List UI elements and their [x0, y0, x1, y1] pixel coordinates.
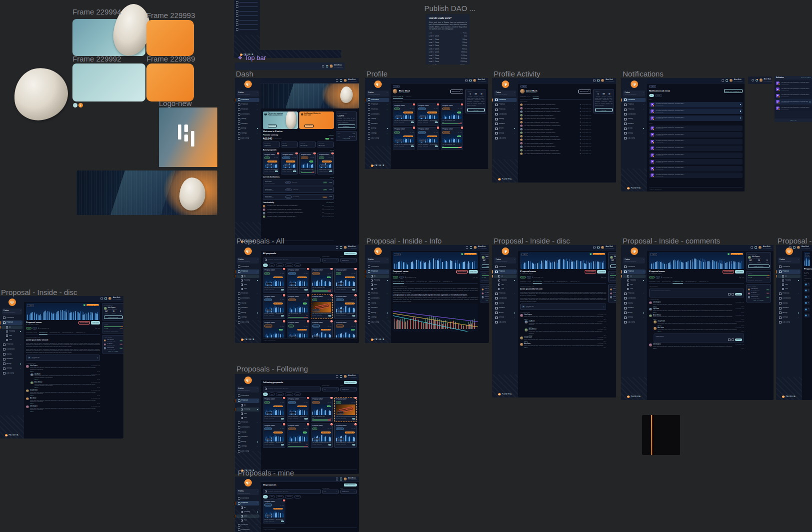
workspace-selector[interactable]: Paideiaapp.paideia.org/paideia⌄	[237, 258, 259, 264]
sidebar-item-distributions[interactable]: Distributions	[236, 112, 259, 116]
sidebar-item-financials[interactable]: Financials⌄	[1, 342, 22, 347]
status-filter[interactable]: All⌄	[322, 387, 339, 392]
vote-now-button[interactable]: VOTE NOW	[91, 321, 100, 324]
workspace-selector[interactable]: Paideiaapp.paideia.org/paideia⌄	[237, 90, 259, 96]
sidebar-item-distributions[interactable]: Distributions	[494, 112, 517, 116]
sidebar-item-dashboard[interactable]: Dashboard	[366, 265, 389, 270]
tab-proposal-info[interactable]: PROPOSAL INFO	[649, 280, 660, 284]
visit-medium-button[interactable]: VISIT MEDIUM	[304, 124, 314, 128]
sidebar-item-distributions[interactable]: Distributions	[623, 112, 646, 116]
sidebar-item-settings[interactable]: Settings⌄	[236, 444, 259, 449]
proposal-card[interactable]: <Proposal name>♥Challenged07 · 139$ 500Y…	[441, 127, 463, 150]
sidebar-item-financials[interactable]: Financials⌄	[494, 108, 517, 112]
search-input[interactable]: Search by proposal name, ID or user	[263, 258, 321, 262]
back-button[interactable]: ← BACK	[393, 85, 400, 88]
proposal-card[interactable]: <Proposal name>♥Active07 · 139TIME LEFT:…	[287, 320, 309, 337]
sidebar-item-dashboard[interactable]: Dashboard	[236, 496, 259, 501]
sidebar-item-financials[interactable]: Financials⌄	[236, 420, 259, 425]
proposal-card[interactable]: <Proposal name>♥Active07 · 139TIME LEFT:…	[263, 397, 285, 422]
back-button[interactable]: ← BACK	[649, 85, 656, 88]
addendum-row[interactable]	[804, 301, 810, 305]
status-filter[interactable]: All⌄	[322, 490, 339, 494]
dash-frame[interactable]: Paideiaapp.paideia.org/paideia⌄Dashboard…	[235, 78, 359, 245]
sidebar-subitem-following[interactable]: Following	[366, 278, 389, 282]
tab-proposal-info[interactable]: PROPOSAL INFO	[393, 280, 404, 284]
sidebar-item-staking[interactable]: Staking	[778, 301, 801, 306]
bell-icon[interactable]	[104, 297, 107, 300]
reply-button[interactable]: REPLY	[653, 312, 657, 314]
proposal-card[interactable]: <Proposal name>♥Challenged07 · 139$ 500Y…	[311, 397, 333, 422]
sidebar-item-proposals[interactable]: Proposals⌄	[623, 270, 646, 274]
proposal-cut-frame[interactable]: Paideiaapp.paideia.org/paideia⌄Dashboard…	[776, 245, 812, 400]
search-input[interactable]: Search by proposal name, ID or user	[263, 489, 321, 494]
sidebar-subitem-all[interactable]: All	[1, 326, 22, 330]
sidebar-item-dao-config[interactable]: DAO config	[778, 320, 801, 325]
attachment-row[interactable]: ▤File name.pdf2.4 MB⤓	[520, 304, 606, 310]
proposal-card[interactable]: <Proposal name>♥Discussion07 · 139TIME L…	[334, 294, 357, 320]
filter-chip-complete[interactable]: Complete	[276, 392, 284, 396]
filter-chip-denied[interactable]: Denied	[294, 495, 301, 498]
sidebar-item-proposals[interactable]: Proposals⌄	[236, 501, 259, 506]
profile-activity-frame[interactable]: Paideiaapp.paideia.org/paideia⌄Dashboard…	[492, 78, 616, 182]
status-filter[interactable]: All⌄	[322, 258, 339, 262]
tab-discussion[interactable]: DISCUSSION	[39, 331, 47, 334]
reply-button[interactable]: REPLY	[30, 371, 34, 372]
sidebar-item-staking[interactable]: Staking	[623, 117, 646, 122]
figma-canvas[interactable]: Frame 229994 Frame 229993 Frame 229992 F…	[0, 0, 812, 532]
sidebar-item-distributions[interactable]: Distributions	[623, 296, 646, 301]
edit-profile-button[interactable]: EDIT PROFILE ✎	[450, 90, 463, 93]
sort-filter[interactable]: Most recent⌄	[340, 387, 357, 392]
follow-heart-icon[interactable]: ♥	[283, 500, 285, 502]
back-button[interactable]: ← BACK	[650, 253, 657, 256]
see-all-votes-link[interactable]: SEE ALL VOTES	[748, 300, 770, 301]
sidebar-item-dashboard[interactable]: Dashboard	[236, 265, 259, 270]
sidebar-item-members[interactable]: Members	[366, 122, 389, 126]
new-proposal-button[interactable]: NEW PROPOSAL	[344, 381, 357, 384]
sidebar-fragment-frame[interactable]: PAIDEIA	[234, 0, 260, 58]
section-link[interactable]: view all	[330, 150, 334, 151]
sidebar-item-proposals[interactable]: Proposals⌄	[1, 320, 22, 325]
notification-row[interactable]: Alex Saner left a new comment in <Propos…	[649, 139, 743, 144]
proposal-card[interactable]: <Proposal name>♥Active07 · 139TIME LEFT:…	[393, 104, 415, 126]
tab-comments-23-[interactable]: COMMENTS (23)	[673, 280, 683, 284]
sidebar-item-dashboard[interactable]: Dashboard	[623, 265, 646, 270]
topbar-user[interactable]: Alone MuskLvl 1 | Philosopher	[606, 79, 614, 82]
reply-button[interactable]: REPLY	[529, 334, 533, 336]
sliver-asset[interactable]	[642, 415, 680, 455]
proposal-card[interactable]: <Proposal name>♥Active07 · 139TIME LEFT:…	[334, 268, 357, 293]
sidebar-item-activity[interactable]: Activity	[623, 126, 646, 131]
sidebar-item-dashboard[interactable]: Dashboard	[236, 98, 259, 102]
reply-button[interactable]: REPLY	[658, 325, 662, 326]
section-link[interactable]: view all	[330, 176, 334, 178]
reply-button[interactable]: REPLY	[653, 306, 657, 307]
proposal-card[interactable]: <Proposal name>♥Discussion07 · 139TIME L…	[263, 424, 285, 448]
see-all-votes-link[interactable]: SEE ALL VOTES	[610, 300, 617, 301]
share-icon[interactable]	[752, 79, 755, 82]
notification-row[interactable]: Alex Saner left a new comment in <Propos…	[649, 126, 743, 131]
sidebar-item-dashboard[interactable]: Dashboard	[623, 98, 646, 102]
follow-heart-icon[interactable]: ♥	[330, 268, 333, 270]
topbar-user[interactable]: Alone MuskLvl 1 | Philosopher	[802, 246, 810, 249]
sidebar-item-dao-config[interactable]: DAO config	[623, 136, 646, 140]
sidebar-subitem-mine[interactable]: Mine	[778, 283, 801, 287]
follow-heart-icon[interactable]: ♥	[461, 126, 463, 129]
sidebar-item-financials[interactable]: Financials⌄	[623, 108, 646, 112]
sidebar-item-financials[interactable]: Financials⌄	[366, 108, 389, 112]
distribution-row[interactable]: Token nameLiquidity mining poolEmissionL…	[263, 194, 334, 200]
follow-heart-icon[interactable]: ♥	[354, 397, 357, 399]
filter-chip-unread[interactable]: Unread	[655, 94, 662, 97]
sidebar-item-financials[interactable]: Financials⌄	[366, 292, 389, 296]
notification-row[interactable]: Alex Saner left a new comment in <Propos…	[649, 102, 743, 108]
topbar-user[interactable]: Alone MuskLvl 1 | Philosopher	[606, 246, 614, 249]
proposal-card[interactable]: <Proposal name>♥Active07 · 139TIME LEFT:…	[317, 152, 334, 175]
sidebar-item-dashboard[interactable]: Dashboard	[366, 98, 389, 102]
sidebar-fragment-row[interactable]	[234, 0, 260, 4]
follow-heart-icon[interactable]: ♥	[437, 104, 439, 106]
addendum-row[interactable]	[804, 295, 810, 299]
sidebar-item-financials[interactable]: Financials⌄	[236, 108, 259, 112]
proposal-card[interactable]: <Proposal name>♥Discussion07 · 139TIME L…	[417, 127, 439, 150]
topbar-user[interactable]: Alone MuskLvl 1 | Philosopher	[478, 79, 486, 82]
proposal-card[interactable]: <Proposal name>♥Active07 · 139TIME LEFT:…	[263, 152, 279, 175]
share-icon[interactable]	[722, 79, 725, 82]
publish-button[interactable]: PUBLISH	[735, 293, 742, 296]
